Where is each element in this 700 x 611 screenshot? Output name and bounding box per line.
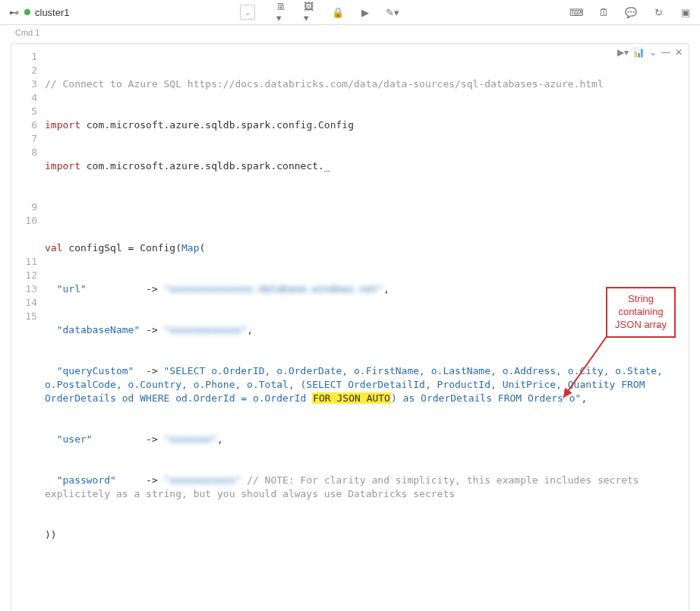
code-content: // Connect to Azure SQL https://docs.dat… (45, 50, 689, 611)
notebook-cell: ▶▾ 📊 ⌄ — ✕ 123456789101112131415 // Conn… (11, 43, 689, 611)
history-icon[interactable]: ↻ (651, 5, 665, 19)
keyboard-icon[interactable]: ⌨ (569, 5, 583, 19)
top-toolbar: ⊷ cluster1 ⌄ 🗎▾ 🖼▾ 🔒 ▶ ✎▾ ⌨ 🗓 💬 ↻ ▣ (0, 0, 700, 25)
file-icon[interactable]: 🗎▾ (276, 5, 290, 19)
cluster-selector[interactable]: ⊷ cluster1 (8, 6, 70, 18)
run-cell-icon[interactable]: ▶▾ (617, 47, 629, 58)
clear-icon[interactable]: ✎▾ (386, 5, 399, 19)
collapse-icon[interactable]: ⌄ (649, 47, 657, 58)
comments-icon[interactable]: 💬 (624, 5, 638, 19)
image-icon[interactable]: 🖼▾ (304, 5, 317, 19)
schedule-icon[interactable]: 🗓 (597, 5, 610, 19)
code-editor[interactable]: 123456789101112131415 // Connect to Azur… (11, 44, 689, 611)
present-icon[interactable]: ▣ (679, 5, 692, 19)
chart-icon[interactable]: 📊 (633, 47, 645, 58)
line-gutter: 123456789101112131415 (11, 50, 45, 611)
lock-icon[interactable]: 🔒 (331, 5, 345, 19)
cluster-name: cluster1 (35, 7, 70, 18)
close-icon[interactable]: ✕ (675, 47, 683, 58)
minimize-icon[interactable]: — (661, 47, 670, 58)
attach-icon: ⊷ (8, 6, 20, 18)
run-icon[interactable]: ▶ (358, 5, 372, 19)
cell-actions: ▶▾ 📊 ⌄ — ✕ (617, 47, 683, 58)
cmd-label: Cmd 1 (0, 25, 700, 40)
annotation-callout: String containing JSON array (606, 287, 676, 338)
status-dot-icon (24, 9, 30, 15)
cluster-dropdown[interactable]: ⌄ (240, 5, 255, 20)
